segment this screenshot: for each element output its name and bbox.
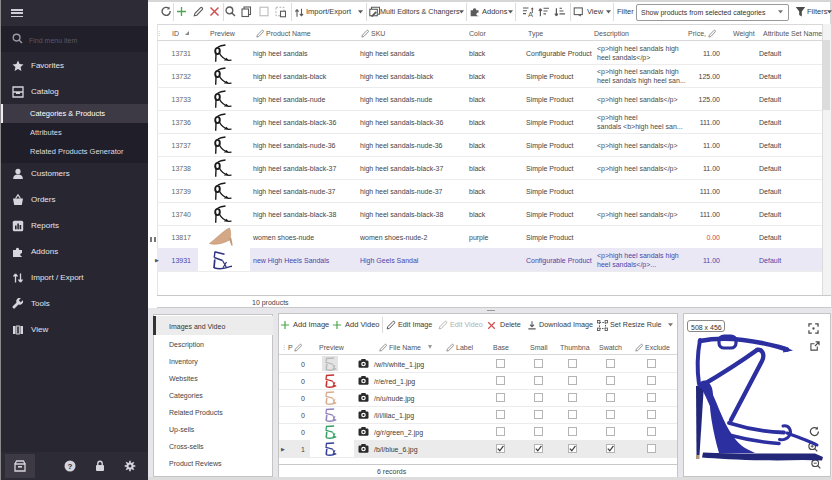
svg-text:?: ? [68,462,73,471]
